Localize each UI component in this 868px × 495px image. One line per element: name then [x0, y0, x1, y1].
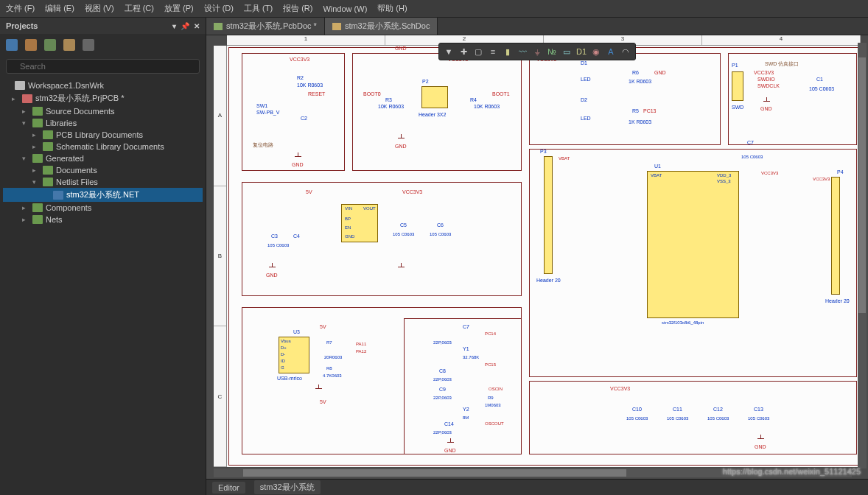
ft-select-icon[interactable]: ▢	[472, 45, 485, 58]
label-r3v: 10K R0603	[378, 104, 404, 109]
label-led: LED	[581, 77, 591, 82]
net-boot0: BOOT0	[363, 91, 381, 96]
tree-nets[interactable]: ▸Nets	[3, 214, 203, 225]
tree-source-docs[interactable]: ▸Source Documents	[3, 105, 203, 117]
scrollbar-vertical[interactable]	[858, 43, 867, 468]
label-swpb: SW-PB_V	[256, 110, 279, 115]
canvas-wrap: ▼ ✚ ▢ ≡ ▮ 〰 ⏚ № ▭ D1 ◉ A ◠ 1234 ABC	[206, 35, 868, 479]
label-y1: Y1	[463, 346, 469, 351]
tb-folder-icon[interactable]	[44, 39, 56, 51]
tree-components[interactable]: ▸Components	[3, 202, 203, 214]
label-c6: C6	[437, 222, 444, 228]
net-vcc3v3: VCC3V3	[290, 57, 309, 62]
pin-vss3: VSS_3	[717, 179, 731, 183]
schematic-sheet[interactable]: VCC3V3 R2 10K R0603 RESET SW1 SW-PB_V C2…	[227, 46, 861, 467]
label-c11: C11	[673, 407, 682, 412]
label-capsv: 105 C0603	[267, 243, 289, 248]
tree-project[interactable]: ▸stm32最小系统.PrjPCB *	[3, 91, 203, 105]
folder-icon	[43, 130, 53, 139]
tree-workspace[interactable]: Workspace1.DsnWrk	[3, 80, 203, 91]
menu-tools[interactable]: 工具 (T)	[244, 3, 273, 14]
gnd-icon	[269, 263, 276, 270]
tree-schlib[interactable]: ▸Schematic Library Documents	[3, 141, 203, 152]
editor-tabs: stm32最小系统.PcbDoc * stm32最小系统.SchDoc	[206, 18, 868, 35]
net-pa11: PA11	[356, 342, 366, 346]
net-vcc3v3: VCC3V3	[402, 189, 422, 194]
menu-window[interactable]: Window (W)	[323, 4, 367, 13]
ft-text-icon[interactable]: A	[604, 45, 617, 58]
tree-generated[interactable]: ▾Generated	[3, 152, 203, 164]
ft-label-icon[interactable]: D1	[575, 45, 588, 58]
tree-libraries[interactable]: ▾Libraries	[3, 117, 203, 129]
panel-pin-icon[interactable]: 📌	[181, 22, 189, 30]
label-r3: R3	[385, 97, 392, 102]
status-editor[interactable]: Editor	[212, 482, 245, 494]
pcb-icon	[214, 23, 223, 30]
label-r8: R8	[326, 366, 332, 371]
net-5v: 5V	[320, 324, 326, 329]
label-c1: C1	[816, 77, 823, 82]
label-r6: R6	[632, 70, 639, 75]
watermark: https://blog.csdn.net/weixin_51121425	[723, 467, 861, 476]
ft-part-icon[interactable]: ▮	[501, 45, 514, 58]
part-p2	[421, 86, 448, 108]
ft-power-icon[interactable]: ◉	[589, 45, 603, 58]
tree-net-file[interactable]: stm32最小系统.NET	[3, 188, 203, 202]
folder-icon	[43, 142, 53, 151]
ft-gnd-icon[interactable]: ⏚	[531, 45, 544, 58]
menu-place[interactable]: 放置 (P)	[164, 3, 194, 14]
label-r2: R2	[297, 75, 304, 80]
tb-settings-icon[interactable]	[63, 39, 75, 51]
tab-pcbdoc[interactable]: stm32最小系统.PcbDoc *	[206, 18, 325, 35]
tb-more-icon[interactable]	[83, 39, 94, 51]
ft-wire-icon[interactable]: 〰	[516, 45, 529, 58]
tree-netlist-files[interactable]: ▾Netlist Files	[3, 176, 203, 188]
label-led: LED	[581, 116, 591, 121]
label-c1v: 105 C0603	[809, 86, 834, 91]
ft-filter-icon[interactable]: ▼	[442, 45, 455, 58]
label-swd: SWD	[732, 105, 743, 110]
label-sw1: SW1	[256, 103, 267, 108]
menu-project[interactable]: 工程 (C)	[125, 3, 154, 14]
label-r9v: 1M0603	[485, 403, 501, 407]
panel-close-icon[interactable]: ✕	[194, 22, 200, 30]
tree-pcblib[interactable]: ▸PCB Library Documents	[3, 129, 203, 141]
label-c9v: 22P,0603	[433, 396, 452, 400]
ft-arc-icon[interactable]: ◠	[619, 45, 632, 58]
label-c8: C8	[439, 368, 446, 373]
label-r5v: 1K R0603	[629, 119, 651, 124]
search-box	[6, 59, 200, 74]
workspace-icon	[15, 81, 25, 90]
ft-cross-icon[interactable]: ✚	[457, 45, 470, 58]
tb-save-icon[interactable]	[6, 39, 18, 51]
net-swdio: SWDIO	[757, 77, 775, 82]
menu-design[interactable]: 设计 (D)	[204, 3, 234, 14]
menu-view[interactable]: 视图 (V)	[85, 3, 114, 14]
projects-panel: Projects ▾ 📌 ✕ Workspace1.DsnWrk ▸stm32最…	[0, 18, 206, 495]
menu-edit[interactable]: 编辑 (E)	[45, 3, 74, 14]
tb-compile-icon[interactable]	[25, 39, 37, 51]
net-pc15: PC15	[485, 362, 496, 367]
status-name[interactable]: stm32最小系统	[254, 480, 321, 494]
label-d2: D2	[581, 97, 587, 102]
label-c7: C7	[747, 140, 754, 145]
menu-report[interactable]: 报告 (R)	[283, 3, 312, 14]
label-p3: P3	[540, 149, 547, 154]
ft-net-icon[interactable]: №	[545, 45, 559, 58]
panel-dropdown-icon[interactable]: ▾	[172, 22, 176, 30]
ft-port-icon[interactable]: ▭	[560, 45, 573, 58]
menu-help[interactable]: 帮助 (H)	[377, 3, 407, 14]
ft-align-icon[interactable]: ≡	[486, 45, 500, 58]
label-u1: U1	[654, 164, 661, 169]
label-c10: C10	[632, 407, 642, 412]
label-c5: C5	[400, 222, 407, 228]
pin-dp: D+	[281, 345, 287, 350]
net-5v: 5V	[320, 399, 326, 404]
net-pa12: PA12	[356, 349, 366, 354]
search-input[interactable]	[6, 59, 200, 74]
label-y1v: 32.768K	[463, 355, 479, 359]
tree-documents[interactable]: ▸Documents	[3, 164, 203, 176]
net-swdclk: SWDCLK	[757, 83, 780, 88]
menu-file[interactable]: 文件 (F)	[6, 3, 35, 14]
tab-schdoc[interactable]: stm32最小系统.SchDoc	[325, 18, 438, 35]
